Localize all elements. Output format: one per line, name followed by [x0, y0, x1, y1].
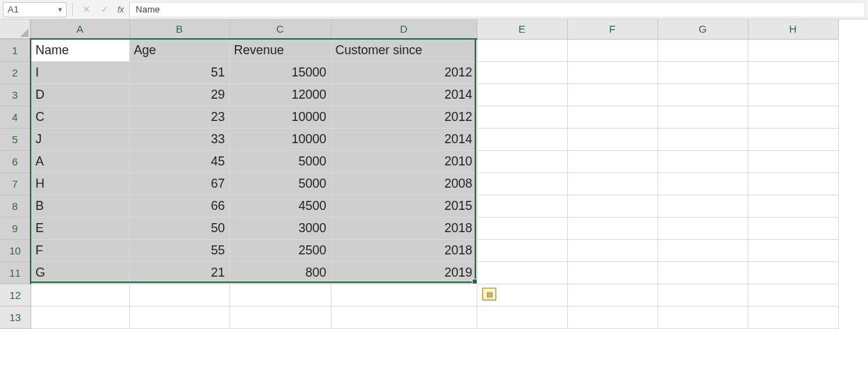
cell-A9[interactable]: E — [31, 217, 129, 239]
cell-C10[interactable]: 2500 — [229, 239, 331, 261]
cell-F13[interactable] — [567, 306, 657, 328]
cell-D5[interactable]: 2014 — [331, 128, 477, 150]
cell-B9[interactable]: 50 — [129, 217, 229, 239]
cell-G13[interactable] — [657, 306, 748, 328]
cell-G1[interactable] — [657, 39, 748, 61]
cell-G5[interactable] — [657, 128, 748, 150]
cell-H4[interactable] — [748, 106, 838, 128]
cell-H6[interactable] — [748, 150, 838, 172]
cell-A6[interactable]: A — [31, 150, 129, 172]
cell-A1[interactable]: Name — [31, 39, 129, 61]
paste-options-button[interactable]: ▤ — [482, 288, 496, 300]
cell-B2[interactable]: 51 — [129, 61, 229, 83]
cell-A12[interactable] — [31, 284, 129, 306]
cell-E9[interactable] — [477, 217, 567, 239]
row-header-5[interactable]: 5 — [0, 128, 31, 150]
cell-F3[interactable] — [567, 83, 657, 106]
col-header-D[interactable]: D — [331, 19, 477, 39]
cell-F6[interactable] — [567, 150, 657, 172]
cell-F8[interactable] — [567, 195, 657, 217]
cell-H2[interactable] — [748, 61, 838, 83]
cell-C5[interactable]: 10000 — [229, 128, 331, 150]
cell-A13[interactable] — [31, 306, 129, 328]
cell-A4[interactable]: C — [31, 106, 129, 128]
cell-F2[interactable] — [567, 61, 657, 83]
cell-G7[interactable] — [657, 172, 748, 195]
cell-E3[interactable] — [477, 83, 567, 106]
cell-C8[interactable]: 4500 — [229, 195, 331, 217]
cell-C13[interactable] — [229, 306, 331, 328]
cell-B3[interactable]: 29 — [129, 83, 229, 106]
cell-H9[interactable] — [748, 217, 838, 239]
col-header-B[interactable]: B — [129, 19, 229, 39]
cell-C1[interactable]: Revenue — [229, 39, 331, 61]
cell-A8[interactable]: B — [31, 195, 129, 217]
cell-F11[interactable] — [567, 261, 657, 284]
cell-G6[interactable] — [657, 150, 748, 172]
cell-D3[interactable]: 2014 — [331, 83, 477, 106]
cell-G12[interactable] — [657, 284, 748, 306]
worksheet[interactable]: ABCDEFGH1NameAgeRevenueCustomer since2I5… — [0, 19, 868, 329]
cell-C6[interactable]: 5000 — [229, 150, 331, 172]
cell-H13[interactable] — [748, 306, 838, 328]
cell-B8[interactable]: 66 — [129, 195, 229, 217]
cell-D9[interactable]: 2018 — [331, 217, 477, 239]
row-header-4[interactable]: 4 — [0, 106, 31, 128]
cell-F4[interactable] — [567, 106, 657, 128]
cell-B4[interactable]: 23 — [129, 106, 229, 128]
cell-G2[interactable] — [657, 61, 748, 83]
cell-A2[interactable]: I — [31, 61, 129, 83]
cell-E5[interactable] — [477, 128, 567, 150]
col-header-H[interactable]: H — [748, 19, 838, 39]
cell-F7[interactable] — [567, 172, 657, 195]
cell-C9[interactable]: 3000 — [229, 217, 331, 239]
row-header-2[interactable]: 2 — [0, 61, 31, 83]
cell-D11[interactable]: 2019 — [331, 261, 477, 284]
cell-D4[interactable]: 2012 — [331, 106, 477, 128]
cell-F9[interactable] — [567, 217, 657, 239]
cell-E8[interactable] — [477, 195, 567, 217]
row-header-3[interactable]: 3 — [0, 83, 31, 106]
col-header-E[interactable]: E — [477, 19, 567, 39]
cell-E13[interactable] — [477, 306, 567, 328]
col-header-F[interactable]: F — [567, 19, 657, 39]
cell-B11[interactable]: 21 — [129, 261, 229, 284]
fx-icon[interactable]: fx — [117, 5, 124, 15]
cell-H10[interactable] — [748, 239, 838, 261]
cell-C4[interactable]: 10000 — [229, 106, 331, 128]
row-header-10[interactable]: 10 — [0, 239, 31, 261]
cell-H8[interactable] — [748, 195, 838, 217]
row-header-7[interactable]: 7 — [0, 172, 31, 195]
row-header-1[interactable]: 1 — [0, 39, 31, 61]
cell-A3[interactable]: D — [31, 83, 129, 106]
cell-B12[interactable] — [129, 284, 229, 306]
row-header-13[interactable]: 13 — [0, 306, 31, 328]
cell-B7[interactable]: 67 — [129, 172, 229, 195]
cell-A11[interactable]: G — [31, 261, 129, 284]
cell-G9[interactable] — [657, 217, 748, 239]
cell-G11[interactable] — [657, 261, 748, 284]
cell-B13[interactable] — [129, 306, 229, 328]
cell-H7[interactable] — [748, 172, 838, 195]
cell-E11[interactable] — [477, 261, 567, 284]
col-header-A[interactable]: A — [31, 19, 129, 39]
cell-B6[interactable]: 45 — [129, 150, 229, 172]
row-header-6[interactable]: 6 — [0, 150, 31, 172]
cell-H3[interactable] — [748, 83, 838, 106]
cell-E10[interactable] — [477, 239, 567, 261]
cell-D12[interactable] — [331, 284, 477, 306]
cell-D2[interactable]: 2012 — [331, 61, 477, 83]
cell-C7[interactable]: 5000 — [229, 172, 331, 195]
cell-A7[interactable]: H — [31, 172, 129, 195]
name-box[interactable]: A1 ▼ — [3, 2, 67, 17]
cell-H11[interactable] — [748, 261, 838, 284]
cell-E4[interactable] — [477, 106, 567, 128]
cell-D6[interactable]: 2010 — [331, 150, 477, 172]
cell-E2[interactable] — [477, 61, 567, 83]
cell-D10[interactable]: 2018 — [331, 239, 477, 261]
cell-E1[interactable] — [477, 39, 567, 61]
col-header-G[interactable]: G — [657, 19, 748, 39]
cell-D7[interactable]: 2008 — [331, 172, 477, 195]
formula-input[interactable]: Name — [129, 2, 865, 17]
cell-G8[interactable] — [657, 195, 748, 217]
